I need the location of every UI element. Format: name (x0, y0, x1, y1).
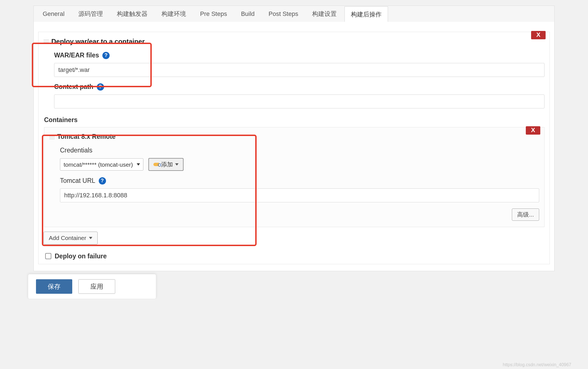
credentials-select[interactable]: tomcat/****** (tomcat-user) (60, 158, 143, 171)
key-icon (153, 163, 159, 166)
drag-handle-icon[interactable] (44, 39, 49, 44)
deploy-block-title: Deploy war/ear to a container (51, 38, 145, 45)
containers-label: Containers (44, 116, 544, 124)
tab-build[interactable]: Build (235, 6, 261, 22)
context-input[interactable] (54, 94, 544, 108)
war-label: WAR/EAR files (54, 52, 99, 59)
apply-button[interactable]: 应用 (78, 279, 115, 294)
deploy-block: X Deploy war/ear to a container WAR/EAR … (38, 32, 550, 264)
tab-scm[interactable]: 源码管理 (72, 6, 109, 22)
tomcat-url-input[interactable] (60, 188, 539, 202)
add-credentials-button[interactable]: 添加 (148, 158, 184, 171)
bottom-action-bar: 保存 应用 (28, 274, 156, 299)
save-button[interactable]: 保存 (36, 279, 72, 294)
credentials-field: Credentials tomcat/****** (tomcat-user) … (60, 147, 539, 171)
help-icon[interactable]: ? (99, 177, 106, 184)
add-container-button[interactable]: Add Container (44, 232, 98, 244)
tab-pre-steps[interactable]: Pre Steps (194, 6, 233, 22)
tab-env[interactable]: 构建环境 (155, 6, 192, 22)
tabs-bar: General 源码管理 构建触发器 构建环境 Pre Steps Build … (33, 6, 555, 22)
chevron-down-icon (175, 163, 179, 166)
context-label: Context path (54, 83, 93, 91)
context-field: Context path ? (54, 83, 544, 108)
container-block: X Tomcat 8.x Remote Credentials tomcat (44, 127, 544, 227)
help-icon[interactable]: ? (97, 83, 104, 91)
tab-general[interactable]: General (37, 6, 71, 22)
help-icon[interactable]: ? (102, 52, 110, 59)
war-field: WAR/EAR files ? (54, 52, 544, 77)
add-container-label: Add Container (49, 235, 86, 241)
content-panel: X Deploy war/ear to a container WAR/EAR … (33, 22, 555, 271)
tomcat-url-field: Tomcat URL ? (60, 177, 539, 202)
tab-build-settings[interactable]: 构建设置 (306, 6, 343, 22)
advanced-button[interactable]: 高级... (512, 208, 539, 221)
deploy-block-remove-button[interactable]: X (531, 31, 546, 39)
deploy-block-title-row: Deploy war/ear to a container (44, 38, 544, 45)
tab-post-build-actions[interactable]: 构建后操作 (344, 6, 388, 22)
add-credentials-label: 添加 (161, 161, 173, 168)
deploy-on-failure-checkbox[interactable] (45, 253, 51, 259)
tab-post-steps[interactable]: Post Steps (262, 6, 304, 22)
war-input[interactable] (54, 63, 544, 77)
section-heading-truncated (38, 22, 550, 26)
container-title: Tomcat 8.x Remote (57, 133, 115, 140)
deploy-on-failure-label: Deploy on failure (55, 253, 107, 260)
containers-section: Containers X Tomcat 8.x Remote Credentia… (44, 116, 544, 260)
container-remove-button[interactable]: X (526, 126, 540, 135)
deploy-on-failure-row: Deploy on failure (45, 252, 544, 260)
drag-handle-icon[interactable] (49, 134, 54, 139)
tab-triggers[interactable]: 构建触发器 (111, 6, 154, 22)
tomcat-url-label: Tomcat URL (60, 177, 95, 184)
chevron-down-icon (89, 237, 92, 239)
credentials-label: Credentials (60, 147, 92, 154)
